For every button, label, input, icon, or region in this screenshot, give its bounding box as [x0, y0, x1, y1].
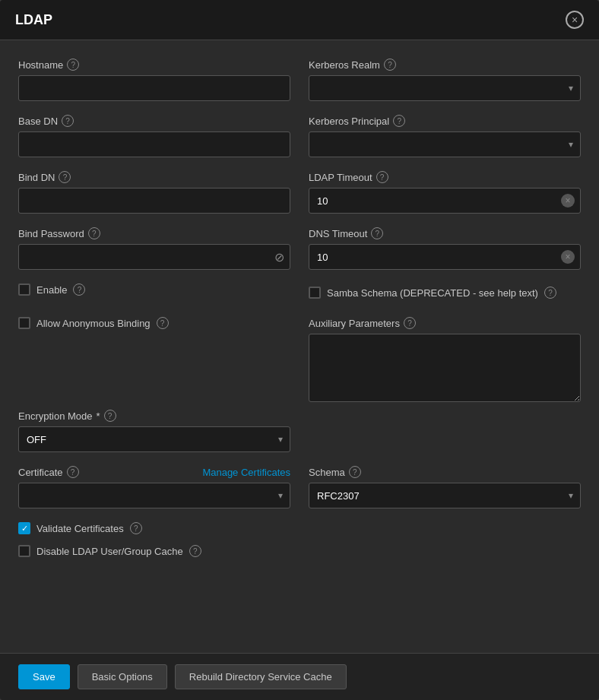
anon-binding-help-icon[interactable]: ?	[157, 317, 169, 329]
manage-certificates-link[interactable]: Manage Certificates	[202, 467, 290, 478]
kerberos-realm-label: Kerberos Realm ?	[309, 59, 581, 71]
samba-schema-label: Samba Schema (DEPRECATED - see help text…	[327, 287, 538, 299]
base-dn-label: Base DN ?	[18, 115, 290, 127]
samba-schema-help-icon[interactable]: ?	[544, 287, 556, 299]
col-dns-timeout: DNS Timeout ? ×	[309, 227, 581, 270]
col-certificate: Certificate ? Manage Certificates ▾	[18, 466, 290, 508]
anon-binding-checkbox[interactable]	[18, 317, 30, 329]
ldap-timeout-input-wrapper: ×	[309, 188, 581, 214]
base-dn-input[interactable]	[18, 131, 290, 157]
col-kerberos-principal: Kerberos Principal ? ▾	[309, 115, 581, 157]
hostname-label: Hostname ?	[18, 59, 290, 71]
ldap-timeout-help-icon[interactable]: ?	[376, 171, 388, 183]
validate-certs-checkbox[interactable]	[18, 522, 30, 534]
certificate-select[interactable]	[18, 483, 290, 508]
row-enable-samba: Enable ? Samba Schema (DEPRECATED - see …	[18, 283, 581, 309]
ldap-modal: LDAP × Hostname ? Kerberos Realm ?	[0, 0, 599, 700]
validate-certs-label: Validate Certificates	[36, 523, 124, 534]
basic-options-button[interactable]: Basic Options	[78, 664, 167, 689]
col-ldap-timeout: LDAP Timeout ? ×	[309, 171, 581, 214]
kerberos-realm-help-icon[interactable]: ?	[384, 59, 396, 71]
kerberos-realm-select[interactable]	[309, 75, 581, 101]
enable-label: Enable	[36, 284, 67, 296]
enable-checkbox[interactable]	[18, 283, 30, 296]
kerberos-realm-select-wrapper: ▾	[309, 75, 581, 101]
col-aux-params: Auxiliary Parameters ?	[309, 317, 581, 402]
schema-select-wrapper: RFC2307 RFC2307BIS ▾	[309, 483, 581, 508]
dns-timeout-help-icon[interactable]: ?	[371, 227, 383, 239]
dns-timeout-clear-icon[interactable]: ×	[561, 250, 575, 264]
disable-cache-label: Disable LDAP User/Group Cache	[36, 546, 183, 557]
aux-params-textarea[interactable]	[309, 334, 581, 402]
disable-cache-help-icon[interactable]: ?	[189, 545, 201, 557]
row-cert-schema: Certificate ? Manage Certificates ▾ Sche…	[18, 466, 581, 508]
col-base-dn: Base DN ?	[18, 115, 290, 157]
dns-timeout-input-wrapper: ×	[309, 244, 581, 270]
aux-params-label: Auxiliary Parameters ?	[309, 317, 581, 329]
kerberos-principal-label: Kerberos Principal ?	[309, 115, 581, 127]
row-hostname-kerberos: Hostname ? Kerberos Realm ? ▾	[18, 59, 581, 101]
ldap-timeout-input[interactable]	[309, 188, 581, 214]
kerberos-principal-select[interactable]	[309, 131, 581, 157]
modal-body: Hostname ? Kerberos Realm ? ▾	[0, 40, 599, 653]
col-enable: Enable ?	[18, 283, 290, 309]
certificate-select-wrapper: ▾	[18, 483, 290, 508]
schema-help-icon[interactable]: ?	[349, 466, 361, 478]
modal-footer: Save Basic Options Rebuild Directory Ser…	[0, 653, 599, 700]
hostname-help-icon[interactable]: ?	[67, 59, 79, 71]
close-button[interactable]: ×	[566, 11, 584, 29]
encryption-mode-help-icon[interactable]: ?	[104, 410, 116, 422]
anon-binding-label: Allow Anonymous Binding	[36, 318, 151, 329]
col-hostname: Hostname ?	[18, 59, 290, 101]
modal-title: LDAP	[15, 12, 52, 28]
certificate-label: Certificate ?	[18, 466, 79, 478]
bind-password-help-icon[interactable]: ?	[88, 227, 100, 239]
row-encryption-schema: Encryption Mode * ? OFF ON START_TLS ▾	[18, 410, 581, 452]
col-samba: Samba Schema (DEPRECATED - see help text…	[309, 283, 581, 309]
row-basedn-principal: Base DN ? Kerberos Principal ? ▾	[18, 115, 581, 157]
cert-label-row: Certificate ? Manage Certificates	[18, 466, 290, 478]
row-binddn-ldaptimeout: Bind DN ? LDAP Timeout ? ×	[18, 171, 581, 214]
hostname-input[interactable]	[18, 75, 290, 101]
col-bind-password: Bind Password ? ⊘	[18, 227, 290, 270]
aux-params-help-icon[interactable]: ?	[404, 317, 416, 329]
col-anon-binding: Allow Anonymous Binding ?	[18, 317, 290, 340]
col-bind-dn: Bind DN ?	[18, 171, 290, 214]
bind-password-label: Bind Password ?	[18, 227, 290, 239]
samba-schema-checkbox-row: Samba Schema (DEPRECATED - see help text…	[309, 287, 581, 299]
col-kerberos-realm: Kerberos Realm ? ▾	[309, 59, 581, 101]
encryption-mode-select[interactable]: OFF ON START_TLS	[18, 426, 290, 452]
disable-cache-checkbox[interactable]	[18, 545, 30, 557]
row-bindpw-dnstimeout: Bind Password ? ⊘ DNS Timeout ? ×	[18, 227, 581, 270]
bind-dn-label: Bind DN ?	[18, 171, 290, 183]
certificate-help-icon[interactable]: ?	[67, 466, 79, 478]
validate-certs-help-icon[interactable]: ?	[130, 522, 142, 534]
bind-dn-help-icon[interactable]: ?	[59, 171, 71, 183]
disable-cache-row: Disable LDAP User/Group Cache ?	[18, 545, 581, 557]
kerberos-principal-select-wrapper: ▾	[309, 131, 581, 157]
kerberos-principal-help-icon[interactable]: ?	[393, 115, 405, 127]
bind-dn-input[interactable]	[18, 188, 290, 214]
save-button[interactable]: Save	[18, 664, 70, 689]
enable-help-icon[interactable]: ?	[73, 283, 85, 296]
dns-timeout-label: DNS Timeout ?	[309, 227, 581, 239]
ldap-timeout-label: LDAP Timeout ?	[309, 171, 581, 183]
col-schema-2: Schema ? RFC2307 RFC2307BIS ▾	[309, 466, 581, 508]
encryption-mode-label: Encryption Mode * ?	[18, 410, 290, 422]
bind-password-input[interactable]	[18, 244, 290, 270]
ldap-timeout-clear-icon[interactable]: ×	[561, 194, 575, 207]
col-encryption: Encryption Mode * ? OFF ON START_TLS ▾	[18, 410, 290, 452]
schema-label: Schema ?	[309, 466, 581, 478]
samba-schema-checkbox[interactable]	[309, 287, 321, 299]
dns-timeout-input[interactable]	[309, 244, 581, 270]
bind-password-input-wrapper: ⊘	[18, 244, 290, 270]
anon-binding-checkbox-row: Allow Anonymous Binding ?	[18, 317, 290, 329]
rebuild-cache-button[interactable]: Rebuild Directory Service Cache	[175, 664, 347, 689]
enable-checkbox-row: Enable ?	[18, 283, 290, 296]
modal-header: LDAP ×	[0, 0, 599, 40]
validate-certs-row: Validate Certificates ?	[18, 522, 581, 534]
password-toggle-icon[interactable]: ⊘	[274, 250, 284, 264]
row-anon-aux: Allow Anonymous Binding ? Auxiliary Para…	[18, 317, 581, 402]
schema-select[interactable]: RFC2307 RFC2307BIS	[309, 483, 581, 508]
base-dn-help-icon[interactable]: ?	[62, 115, 74, 127]
